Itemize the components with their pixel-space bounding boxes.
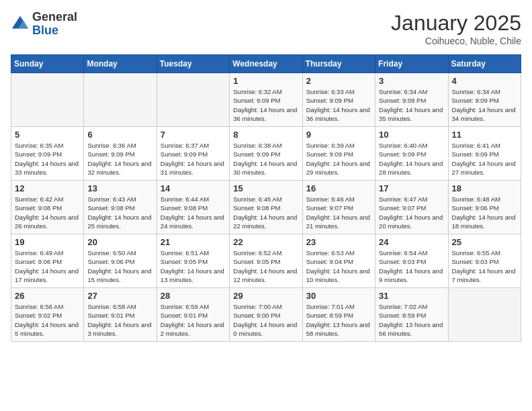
calendar-cell: 30Sunrise: 7:01 AMSunset: 8:59 PMDayligh… bbox=[302, 288, 375, 342]
calendar-cell: 13Sunrise: 6:43 AMSunset: 9:08 PMDayligh… bbox=[84, 181, 157, 234]
page-header: General Blue January 2025 Coihueco, Nubl… bbox=[11, 11, 521, 46]
day-number: 24 bbox=[379, 237, 444, 247]
day-info: Sunrise: 6:41 AMSunset: 9:09 PMDaylight:… bbox=[452, 141, 517, 177]
day-number: 15 bbox=[233, 183, 298, 193]
day-info: Sunrise: 6:49 AMSunset: 9:06 PMDaylight:… bbox=[15, 248, 80, 284]
calendar-week-row: 26Sunrise: 6:56 AMSunset: 9:02 PMDayligh… bbox=[11, 288, 521, 342]
day-number: 14 bbox=[161, 183, 226, 193]
day-number: 8 bbox=[233, 130, 298, 140]
calendar-cell: 8Sunrise: 6:38 AMSunset: 9:09 PMDaylight… bbox=[230, 127, 302, 181]
calendar-table: SundayMondayTuesdayWednesdayThursdayFrid… bbox=[11, 54, 521, 342]
calendar-cell: 26Sunrise: 6:56 AMSunset: 9:02 PMDayligh… bbox=[11, 288, 84, 342]
calendar-week-row: 19Sunrise: 6:49 AMSunset: 9:06 PMDayligh… bbox=[11, 234, 521, 288]
day-number: 5 bbox=[15, 130, 80, 140]
calendar-day-header: Thursday bbox=[302, 55, 375, 73]
calendar-cell: 18Sunrise: 6:48 AMSunset: 9:06 PMDayligh… bbox=[448, 181, 521, 234]
day-number: 26 bbox=[15, 291, 80, 301]
calendar-day-header: Sunday bbox=[11, 55, 84, 73]
day-info: Sunrise: 7:01 AMSunset: 8:59 PMDaylight:… bbox=[306, 302, 371, 338]
calendar-cell: 11Sunrise: 6:41 AMSunset: 9:09 PMDayligh… bbox=[448, 127, 521, 181]
day-info: Sunrise: 6:42 AMSunset: 9:08 PMDaylight:… bbox=[15, 195, 80, 230]
calendar-cell: 1Sunrise: 6:32 AMSunset: 9:09 PMDaylight… bbox=[230, 73, 302, 127]
day-number: 27 bbox=[87, 291, 152, 301]
day-info: Sunrise: 6:52 AMSunset: 9:05 PMDaylight:… bbox=[233, 248, 298, 284]
calendar-header-row: SundayMondayTuesdayWednesdayThursdayFrid… bbox=[11, 55, 521, 73]
logo-general-text: General bbox=[32, 11, 77, 24]
calendar-cell: 6Sunrise: 6:36 AMSunset: 9:09 PMDaylight… bbox=[84, 127, 157, 181]
day-info: Sunrise: 6:54 AMSunset: 9:03 PMDaylight:… bbox=[379, 248, 444, 284]
calendar-week-row: 12Sunrise: 6:42 AMSunset: 9:08 PMDayligh… bbox=[11, 181, 521, 234]
calendar-cell: 27Sunrise: 6:58 AMSunset: 9:01 PMDayligh… bbox=[84, 288, 157, 342]
day-number: 20 bbox=[87, 237, 152, 247]
day-info: Sunrise: 6:32 AMSunset: 9:09 PMDaylight:… bbox=[233, 87, 298, 123]
calendar-week-row: 1Sunrise: 6:32 AMSunset: 9:09 PMDaylight… bbox=[11, 73, 521, 127]
day-info: Sunrise: 6:34 AMSunset: 9:09 PMDaylight:… bbox=[379, 87, 444, 123]
day-info: Sunrise: 6:33 AMSunset: 9:09 PMDaylight:… bbox=[306, 87, 371, 123]
day-info: Sunrise: 6:48 AMSunset: 9:06 PMDaylight:… bbox=[452, 195, 517, 230]
day-number: 22 bbox=[233, 237, 298, 247]
day-info: Sunrise: 6:46 AMSunset: 9:07 PMDaylight:… bbox=[306, 195, 371, 230]
day-info: Sunrise: 6:38 AMSunset: 9:09 PMDaylight:… bbox=[233, 141, 298, 177]
calendar-cell: 21Sunrise: 6:51 AMSunset: 9:05 PMDayligh… bbox=[157, 234, 229, 288]
calendar-cell: 17Sunrise: 6:47 AMSunset: 9:07 PMDayligh… bbox=[375, 181, 448, 234]
calendar-cell: 4Sunrise: 6:34 AMSunset: 9:09 PMDaylight… bbox=[448, 73, 521, 127]
location-subtitle: Coihueco, Nuble, Chile bbox=[391, 36, 521, 46]
calendar-cell: 31Sunrise: 7:02 AMSunset: 8:59 PMDayligh… bbox=[375, 288, 448, 342]
day-number: 18 bbox=[452, 183, 517, 193]
day-info: Sunrise: 6:37 AMSunset: 9:09 PMDaylight:… bbox=[161, 141, 226, 177]
calendar-cell: 14Sunrise: 6:44 AMSunset: 9:08 PMDayligh… bbox=[157, 181, 229, 234]
day-info: Sunrise: 6:59 AMSunset: 9:01 PMDaylight:… bbox=[161, 302, 226, 338]
day-number: 30 bbox=[306, 291, 371, 301]
calendar-cell bbox=[84, 73, 157, 127]
day-number: 10 bbox=[379, 130, 444, 140]
day-number: 19 bbox=[15, 237, 80, 247]
calendar-cell: 9Sunrise: 6:39 AMSunset: 9:09 PMDaylight… bbox=[302, 127, 375, 181]
day-number: 7 bbox=[161, 130, 226, 140]
day-number: 2 bbox=[306, 76, 371, 86]
calendar-cell: 29Sunrise: 7:00 AMSunset: 9:00 PMDayligh… bbox=[230, 288, 302, 342]
day-info: Sunrise: 7:02 AMSunset: 8:59 PMDaylight:… bbox=[379, 302, 444, 338]
day-number: 17 bbox=[379, 183, 444, 193]
calendar-day-header: Tuesday bbox=[157, 55, 229, 73]
calendar-day-header: Friday bbox=[375, 55, 448, 73]
logo-icon bbox=[11, 15, 30, 34]
calendar-cell bbox=[11, 73, 84, 127]
calendar-week-row: 5Sunrise: 6:35 AMSunset: 9:09 PMDaylight… bbox=[11, 127, 521, 181]
day-number: 31 bbox=[379, 291, 444, 301]
calendar-cell: 20Sunrise: 6:50 AMSunset: 9:06 PMDayligh… bbox=[84, 234, 157, 288]
day-number: 12 bbox=[15, 183, 80, 193]
day-number: 13 bbox=[87, 183, 152, 193]
day-info: Sunrise: 6:56 AMSunset: 9:02 PMDaylight:… bbox=[15, 302, 80, 338]
day-info: Sunrise: 6:36 AMSunset: 9:09 PMDaylight:… bbox=[87, 141, 152, 177]
calendar-cell: 15Sunrise: 6:45 AMSunset: 9:08 PMDayligh… bbox=[230, 181, 302, 234]
calendar-cell: 24Sunrise: 6:54 AMSunset: 9:03 PMDayligh… bbox=[375, 234, 448, 288]
logo: General Blue bbox=[11, 11, 77, 38]
day-number: 6 bbox=[87, 130, 152, 140]
day-info: Sunrise: 6:40 AMSunset: 9:09 PMDaylight:… bbox=[379, 141, 444, 177]
calendar-cell: 22Sunrise: 6:52 AMSunset: 9:05 PMDayligh… bbox=[230, 234, 302, 288]
day-info: Sunrise: 6:50 AMSunset: 9:06 PMDaylight:… bbox=[87, 248, 152, 284]
day-number: 21 bbox=[161, 237, 226, 247]
day-info: Sunrise: 6:51 AMSunset: 9:05 PMDaylight:… bbox=[161, 248, 226, 284]
day-info: Sunrise: 6:35 AMSunset: 9:09 PMDaylight:… bbox=[15, 141, 80, 177]
day-number: 29 bbox=[233, 291, 298, 301]
calendar-cell: 5Sunrise: 6:35 AMSunset: 9:09 PMDaylight… bbox=[11, 127, 84, 181]
day-info: Sunrise: 6:47 AMSunset: 9:07 PMDaylight:… bbox=[379, 195, 444, 230]
calendar-cell: 23Sunrise: 6:53 AMSunset: 9:04 PMDayligh… bbox=[302, 234, 375, 288]
title-block: January 2025 Coihueco, Nuble, Chile bbox=[391, 11, 521, 46]
day-number: 9 bbox=[306, 130, 371, 140]
calendar-cell: 25Sunrise: 6:55 AMSunset: 9:03 PMDayligh… bbox=[448, 234, 521, 288]
logo-blue-text: Blue bbox=[32, 24, 77, 38]
day-number: 11 bbox=[452, 130, 517, 140]
day-info: Sunrise: 6:43 AMSunset: 9:08 PMDaylight:… bbox=[87, 195, 152, 230]
day-info: Sunrise: 6:58 AMSunset: 9:01 PMDaylight:… bbox=[87, 302, 152, 338]
calendar-cell: 28Sunrise: 6:59 AMSunset: 9:01 PMDayligh… bbox=[157, 288, 229, 342]
calendar-cell: 10Sunrise: 6:40 AMSunset: 9:09 PMDayligh… bbox=[375, 127, 448, 181]
day-info: Sunrise: 6:44 AMSunset: 9:08 PMDaylight:… bbox=[161, 195, 226, 230]
day-info: Sunrise: 6:53 AMSunset: 9:04 PMDaylight:… bbox=[306, 248, 371, 284]
day-number: 3 bbox=[379, 76, 444, 86]
day-number: 1 bbox=[233, 76, 298, 86]
calendar-day-header: Wednesday bbox=[230, 55, 302, 73]
day-number: 16 bbox=[306, 183, 371, 193]
day-info: Sunrise: 6:55 AMSunset: 9:03 PMDaylight:… bbox=[452, 248, 517, 284]
